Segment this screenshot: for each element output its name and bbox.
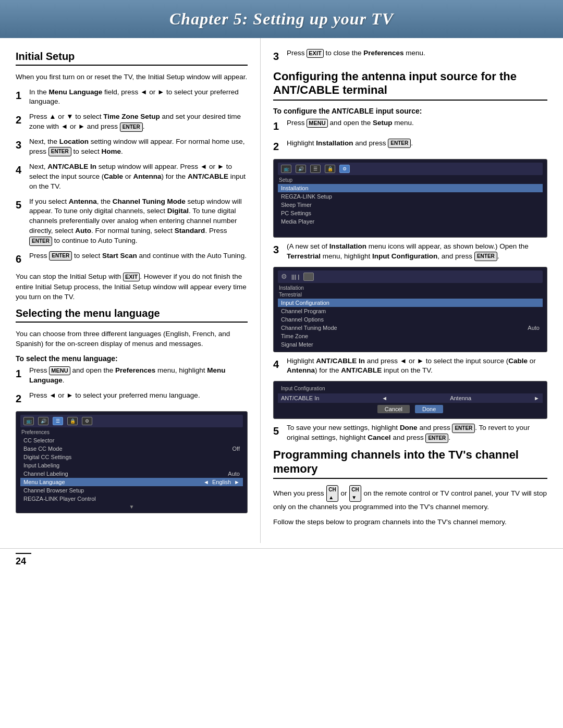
step-text: Press MENU and open the Setup menu.	[287, 118, 547, 133]
step-text: Highlight Installation and press ENTER.	[287, 139, 547, 154]
ant-buttons-row: Cancel Done	[278, 403, 543, 415]
done-button[interactable]: Done	[415, 405, 443, 413]
ant-cable-row: ANT/CABLE In ◄ Antenna ►	[278, 393, 543, 403]
step-text: Press ▲ or ▼ to select Time Zone Setup a…	[29, 112, 248, 132]
menu-item-row: Base CC ModeOff	[20, 445, 243, 453]
enter-button-icon: ENTER	[388, 139, 411, 148]
chapter-title: Chapter 5: Setting up your TV	[10, 9, 553, 29]
menu-button-icon: MENU	[307, 119, 327, 128]
preferences-menu-screenshot: 📺 🔊 ☰ 🔒 ⚙ Preferences CC Selector Base C…	[16, 411, 248, 513]
to-select-subheading: To select the menu language:	[16, 354, 248, 363]
exit-button-icon: EXIT	[123, 273, 140, 281]
step-number: 4	[16, 162, 29, 192]
menu-item: Signal Meter	[278, 340, 543, 349]
menu-language-steps: 1 Press MENU and open the Preferences me…	[16, 366, 248, 406]
tv-icon: 📺	[281, 165, 291, 173]
step-text: Press ENTER to select Start Scan and con…	[29, 251, 248, 266]
antenna-section: Configuring the antenna input source for…	[273, 70, 547, 443]
menu-language-section: Selecting the menu language You can choo…	[16, 307, 248, 513]
page-footer: 24	[0, 548, 563, 571]
enter-button-icon: ENTER	[474, 252, 497, 261]
antenna-value: Antenna	[450, 395, 471, 401]
step-item: 1 Press MENU and open the Setup menu.	[273, 118, 547, 133]
step-item: 4 Next, ANT/CABLE In setup window will a…	[16, 162, 248, 192]
step-text: Next, ANT/CABLE In setup window will app…	[29, 162, 248, 192]
menu-top-icons-bar: 📺 🔊 ☰ 🔒 ⚙	[20, 415, 243, 427]
step-text: In the Menu Language field, press ◄ or ►…	[29, 88, 248, 107]
step-text: Highlight ANT/CABLE In and press ◄ or ► …	[287, 356, 547, 376]
initial-setup-intro: When you first turn on or reset the TV, …	[16, 72, 248, 82]
step-text: Press MENU and open the Preferences menu…	[29, 366, 248, 386]
lock-icon: 🔒	[325, 165, 335, 173]
step-number: 4	[273, 356, 287, 376]
enter-button-icon: ENTER	[425, 434, 448, 443]
audio-icon: 🔊	[38, 417, 48, 425]
programming-para2: Follow the steps below to program channe…	[273, 517, 547, 527]
step-item: 3 Next, the Location setting window will…	[16, 137, 248, 157]
audio-icon: 🔊	[296, 165, 306, 173]
input-config-label: Input Configuration	[278, 385, 543, 392]
step-item: 5 To save your new settings, highlight D…	[273, 423, 547, 443]
gear-icon: ⚙	[339, 165, 350, 173]
step3-list: 3 Press EXIT to close the Preferences me…	[273, 48, 547, 64]
antenna-step5: 5 To save your new settings, highlight D…	[273, 423, 547, 443]
arr-right-icon: ►	[534, 395, 540, 401]
step-item: 3 Press EXIT to close the Preferences me…	[273, 48, 547, 64]
cancel-button[interactable]: Cancel	[377, 405, 410, 413]
ant-cable-menu: Input Configuration ANT/CABLE In ◄ Anten…	[273, 381, 547, 419]
initial-setup-stop-note: You can stop the Initial Setup with EXIT…	[16, 272, 248, 302]
menu-section-label: Preferences	[20, 429, 243, 435]
step-item: 2 Press ▲ or ▼ to select Time Zone Setup…	[16, 112, 248, 132]
step-item: 3 (A new set of Installation menu icons …	[273, 242, 547, 262]
programming-channels-section: Programming channels into the TV's chann…	[273, 448, 547, 527]
input-configuration-item: Input Configuration	[278, 299, 543, 307]
programming-title: Programming channels into the TV's chann…	[273, 448, 547, 479]
step-number: 2	[16, 112, 29, 132]
arr-left-icon: ◄	[382, 395, 387, 401]
lock-icon: 🔒	[67, 417, 78, 425]
step-text: If you select Antenna, the Channel Tunin…	[29, 197, 248, 246]
step-number: 1	[16, 88, 29, 107]
channel-tuning-row: Channel Tuning ModeAuto	[278, 324, 543, 332]
step-number: 1	[273, 118, 287, 133]
menu-item: Input Labeling	[20, 461, 243, 470]
menu-item: PC Settings	[278, 209, 543, 217]
enter-button-icon: ENTER	[48, 147, 71, 156]
ant-cable-label: ANT/CABLE In	[281, 395, 319, 401]
enter-button-icon: ENTER	[49, 251, 72, 261]
step-item: 2 Press ◄ or ► to select your preferred …	[16, 391, 248, 406]
menu-item: Media Player	[278, 217, 543, 226]
menu-item: REGZA-LINK Setup	[278, 192, 543, 201]
step-item: 1 Press MENU and open the Preferences me…	[16, 366, 248, 386]
installation-item: Installation	[278, 184, 543, 192]
enter-button-icon: ENTER	[29, 237, 52, 246]
left-column: Initial Setup When you first turn on or …	[0, 38, 261, 543]
step-number: 3	[273, 48, 287, 64]
installation-menu-screenshot: ⚙ ||| | Installation Terrestrial Input C…	[273, 267, 547, 352]
menu-item: Channel Browser Setup	[20, 486, 243, 495]
step-number: 5	[16, 197, 29, 246]
antenna-step4: 4 Highlight ANT/CABLE In and press ◄ or …	[273, 356, 547, 376]
antenna-steps: 1 Press MENU and open the Setup menu. 2 …	[273, 118, 547, 154]
antenna-section-title: Configuring the antenna input source for…	[273, 70, 547, 101]
menu-item: Channel Program	[278, 307, 543, 315]
ch-up-icon: CH▲	[326, 485, 338, 502]
step-text: (A new set of Installation menu icons wi…	[287, 242, 547, 262]
menu-item: Channel Options	[278, 315, 543, 324]
exit-button-icon: EXIT	[307, 49, 323, 58]
step-number: 6	[16, 251, 29, 266]
enter-button-icon: ENTER	[120, 122, 143, 132]
menu-language-intro: You can choose from three different lang…	[16, 329, 248, 349]
menu-language-item: Menu Language◄ English ►	[20, 478, 243, 486]
installation-top-bar: ⚙ ||| |	[278, 270, 543, 283]
initial-setup-steps: 1 In the Menu Language field, press ◄ or…	[16, 88, 248, 266]
step-number: 3	[16, 137, 29, 157]
initial-setup-section: Initial Setup When you first turn on or …	[16, 51, 248, 302]
setup-menu-screenshot: 📺 🔊 ☰ 🔒 ⚙ Setup Installation REGZA-LINK …	[273, 159, 547, 238]
chapter-header: Chapter 5: Setting up your TV	[0, 0, 563, 38]
antenna-step3: 3 (A new set of Installation menu icons …	[273, 242, 547, 262]
step-number: 3	[273, 242, 287, 262]
step-item: 2 Highlight Installation and press ENTER…	[273, 139, 547, 154]
signal-icon: ||| |	[291, 274, 299, 280]
enter-button-icon: ENTER	[452, 424, 475, 433]
